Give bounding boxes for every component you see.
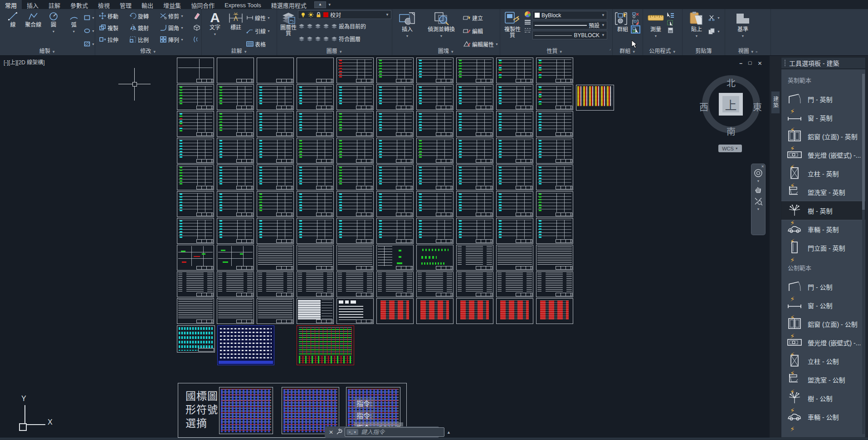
tab-增益集[interactable]: 增益集 — [158, 0, 186, 9]
palette-item[interactable]: ⚡螢光燈 (嵌壁式) -... — [781, 145, 865, 164]
linetype-combo[interactable]: BYBLOCK▼ — [532, 31, 607, 39]
panel-label-draw[interactable]: 繪製 ▼ — [0, 47, 95, 54]
tab-管理[interactable]: 管理 — [115, 0, 137, 9]
palette-side-tab[interactable]: 建築 — [771, 91, 780, 114]
tool-線[interactable]: 線 — [3, 9, 23, 28]
layer-tool-icon[interactable] — [298, 23, 305, 29]
palette-item[interactable]: ⚡樹 - 公制 — [781, 389, 865, 407]
zoom-extents-icon[interactable] — [754, 197, 763, 206]
navigation-bar[interactable]: ✕ ▼ ▼ — [751, 164, 766, 235]
palette-item[interactable]: ⚡鋁窗 (立面) - 公制 — [781, 314, 865, 333]
layer-tool-icon[interactable] — [314, 23, 321, 29]
group-selection-toggle[interactable] — [632, 26, 639, 33]
tab-插入[interactable]: 插入 — [22, 0, 44, 9]
tool-建立[interactable]: 建立 — [463, 12, 498, 24]
panel-label-view[interactable]: 視圖 ▼ » — [725, 47, 770, 54]
command-prompt-icon[interactable]: >_ ▼ — [346, 429, 358, 435]
palette-item[interactable]: ⚡盥洗室 - 公制 — [781, 370, 865, 389]
rectangle-icon[interactable]: ▼ — [84, 12, 95, 24]
command-expand-icon[interactable]: ▲ — [447, 430, 451, 435]
tool-圓角[interactable]: 圓角▼ — [160, 22, 191, 34]
command-input[interactable] — [360, 428, 443, 436]
color-wheel-icon[interactable] — [524, 11, 531, 18]
tool-圓[interactable]: 圓▼ — [44, 9, 64, 34]
layer-tool-icon[interactable] — [331, 23, 337, 29]
layer-tool-icon[interactable] — [314, 36, 321, 42]
palette-item[interactable]: ⚡門 - 公制 — [781, 277, 865, 296]
tab-協同合作[interactable]: 協同合作 — [186, 0, 219, 9]
tool-拉伸[interactable]: 拉伸 — [99, 34, 128, 45]
linetype-icon[interactable] — [524, 27, 531, 33]
close-icon[interactable]: ✕ — [757, 60, 762, 67]
panel-label-block[interactable]: 圖塊 ▼ — [392, 47, 500, 54]
ungroup-icon[interactable] — [632, 12, 639, 18]
navbar-caret-icon[interactable]: ▼ — [757, 180, 760, 182]
tool-聚合線[interactable]: 聚合線 — [23, 9, 44, 28]
tool-offset-icon[interactable] — [193, 35, 201, 44]
palette-item[interactable]: ⚡窗 - 公制 — [781, 296, 865, 314]
viewport-label[interactable]: [-][上][2D 線架構] — [4, 58, 45, 66]
tool-編輯[interactable]: 編輯 — [463, 25, 498, 37]
minimize-icon[interactable]: − — [739, 60, 742, 67]
panel-label-modify[interactable]: 修改 ▼ — [95, 47, 201, 54]
tool-複製[interactable]: 複製 — [99, 22, 128, 34]
panel-label-utilities[interactable]: 公用程式 ▼ — [643, 47, 682, 54]
tab-參數式[interactable]: 參數式 — [65, 0, 93, 9]
tool-dimension[interactable]: 標註 — [225, 9, 246, 31]
tab-精選應用程式[interactable]: 精選應用程式 — [266, 0, 312, 9]
copy-clip-icon[interactable]: ▼ — [708, 25, 720, 37]
viewcube-north[interactable]: 北 — [727, 76, 736, 89]
panel-label-annotation[interactable]: 註解 ▼ — [202, 47, 277, 54]
tool-group[interactable]: 群組 — [614, 9, 632, 33]
lineweight-combo[interactable]: 預設▼ — [532, 21, 607, 29]
navbar-caret-icon[interactable]: ▼ — [757, 208, 760, 210]
tab-輸出[interactable]: 輸出 — [137, 0, 158, 9]
close-icon[interactable]: ✕ — [329, 429, 333, 435]
tool-erase-icon[interactable] — [193, 12, 201, 20]
tool-移動[interactable]: 移動 — [99, 10, 128, 22]
tool-比例[interactable]: 比例 — [129, 34, 158, 45]
tool-explode-icon[interactable] — [193, 24, 201, 32]
palette-item[interactable]: ⚡鋁窗 (立面) - 英制 — [781, 127, 865, 145]
tool-旋轉[interactable]: 旋轉 — [129, 10, 158, 22]
viewcube-west[interactable]: 西 — [699, 100, 708, 113]
layer-combo[interactable]: 校対▼ — [298, 10, 391, 19]
palette-item[interactable]: ⚡車輛 - 英制 — [781, 220, 865, 238]
wcs-button[interactable]: WCS▼ — [718, 145, 742, 152]
palette-item[interactable]: ⚡螢光燈 (嵌壁式) -... — [781, 333, 865, 352]
chevron-down-icon[interactable]: ▼ — [328, 3, 332, 7]
layer-tool-icon[interactable] — [298, 36, 305, 42]
palette-item[interactable]: ⚡盥洗室 - 英制 — [781, 183, 865, 201]
viewcube-east[interactable]: 東 — [753, 100, 762, 113]
tool-text[interactable]: A文字▼ — [205, 9, 225, 37]
tool-引線[interactable]: 引線▼ — [246, 25, 270, 37]
palette-title-bar[interactable]: 工具選項板 - 建築 — [781, 57, 866, 69]
tool-measure[interactable]: 測量▼ — [645, 9, 667, 39]
palette-item[interactable]: ⚡樹 - 英制 — [781, 201, 865, 220]
palette-item[interactable]: ⚡車輛 - 公制 — [781, 407, 865, 426]
ribbon-minimize-icon[interactable]: ▲ — [314, 1, 326, 8]
tool-陣列[interactable]: 陣列▼ — [160, 34, 191, 45]
cut-icon[interactable]: ▼ — [708, 12, 720, 24]
tab-常用[interactable]: 常用 — [0, 0, 22, 9]
calculator-icon[interactable] — [667, 27, 674, 34]
pan-hand-icon[interactable] — [754, 185, 763, 194]
tab-註解[interactable]: 註解 — [44, 0, 65, 9]
lineweight-icon[interactable] — [524, 19, 531, 25]
tab-Express Tools[interactable]: Express Tools — [219, 0, 266, 9]
restore-icon[interactable]: ▢ — [748, 60, 752, 67]
tool-設為目前的[interactable]: 設為目前的 — [339, 20, 366, 32]
palette-item[interactable]: ⚡門立面 - 英制 — [781, 238, 865, 257]
layer-tool-icon[interactable] — [331, 36, 337, 42]
tool-符合圖層[interactable]: 符合圖層 — [339, 33, 361, 44]
ribbon-collapse-controls[interactable]: ▲▼ — [314, 0, 332, 9]
tool-detect-convert[interactable]: 偵測並轉換▼ — [421, 9, 461, 39]
panel-label-properties[interactable]: 性質 ▼ ⌟ — [500, 47, 612, 54]
layer-tool-icon[interactable] — [322, 23, 329, 29]
group-edit-icon[interactable] — [632, 19, 639, 25]
tool-paste[interactable]: 貼上▼ — [685, 9, 708, 39]
palette-scrollbar[interactable] — [862, 74, 865, 434]
select-all-icon[interactable] — [667, 19, 674, 26]
tool-修剪[interactable]: 修剪▼ — [160, 10, 191, 22]
tool-鏡射[interactable]: 鏡射 — [129, 22, 158, 34]
